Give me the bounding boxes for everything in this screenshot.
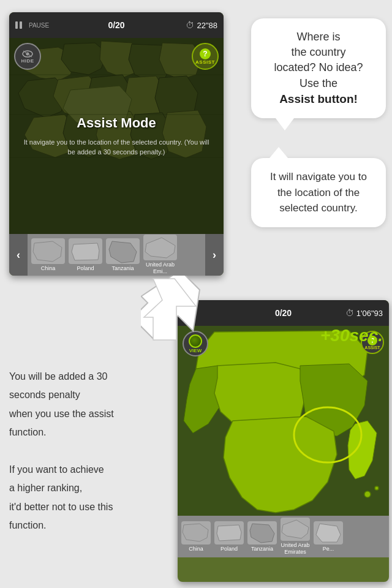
bubble2-text: It will navigate you to the location of … bbox=[270, 171, 367, 214]
assist-mode-title: Assist Mode bbox=[77, 115, 156, 131]
thumb-bottom-shape-peru bbox=[314, 521, 343, 545]
bottom-map-area: VIEW ? ASSIST bbox=[178, 326, 389, 516]
thumbnails-bar-top: ‹ China Poland bbox=[9, 234, 224, 276]
svg-marker-41 bbox=[250, 524, 274, 543]
instruction-line-1: You will be added a 30 seconds penalty w… bbox=[9, 368, 165, 442]
hide-button[interactable]: HIDE bbox=[14, 43, 41, 70]
left-arrow-icon: ‹ bbox=[17, 249, 20, 262]
thumb-bottom-label-uae: United Arab Emirates bbox=[281, 542, 310, 556]
thumb-label-tanzania: Tanzania bbox=[111, 265, 134, 272]
thumbnails-list-bottom: China Poland Tanzania bbox=[178, 515, 389, 558]
assist-button[interactable]: ? ASSIST bbox=[192, 43, 219, 70]
svg-marker-26 bbox=[145, 238, 175, 258]
thumb-bottom-label-china: China bbox=[189, 546, 203, 552]
svg-marker-42 bbox=[282, 520, 309, 538]
thumb-label-poland: Poland bbox=[77, 265, 94, 272]
thumb-bottom-shape-tanzania bbox=[247, 521, 277, 545]
thumb-bottom-label-tanzania: Tanzania bbox=[251, 546, 273, 552]
thumb-bottom-label-peru: Pe... bbox=[323, 546, 334, 552]
svg-point-37 bbox=[364, 491, 371, 497]
thumb-shape-china bbox=[31, 238, 65, 264]
thumb-arrow-right[interactable]: › bbox=[205, 234, 224, 276]
thumbnails-bar-bottom: China Poland Tanzania bbox=[178, 516, 389, 557]
svg-marker-24 bbox=[72, 243, 99, 260]
instruction-line-2: If you want to achieve a higher ranking,… bbox=[9, 461, 165, 535]
speech-bubble-2: It will navigate you to the location of … bbox=[251, 158, 386, 227]
svg-marker-39 bbox=[183, 524, 208, 541]
thumb-arrow-left[interactable]: ‹ bbox=[9, 234, 28, 276]
hide-label: HIDE bbox=[21, 58, 34, 64]
svg-point-38 bbox=[375, 486, 379, 490]
assist-button-label: Assist button! bbox=[263, 91, 374, 108]
top-timer: ⏱ 22"88 bbox=[186, 20, 217, 30]
assist-icon: ? bbox=[200, 48, 211, 59]
penalty-display: +30sec. bbox=[178, 326, 389, 345]
bottom-timer: ⏱ 1'06"93 bbox=[345, 308, 383, 318]
svg-marker-25 bbox=[109, 241, 137, 263]
arrow-svg bbox=[141, 276, 202, 343]
thumbnail-poland[interactable]: Poland bbox=[69, 238, 102, 272]
thumb-shape-tanzania bbox=[106, 238, 140, 264]
africa-map-svg bbox=[178, 326, 389, 516]
bottom-clock-icon: ⏱ bbox=[345, 308, 354, 318]
svg-marker-43 bbox=[316, 524, 341, 542]
thumbnail-bottom-china[interactable]: China bbox=[181, 521, 211, 552]
thumbnail-bottom-uae[interactable]: United Arab Emirates bbox=[281, 518, 310, 556]
big-arrow bbox=[141, 276, 202, 343]
svg-marker-23 bbox=[33, 241, 62, 262]
thumbnails-list-top: China Poland Tanzania bbox=[28, 232, 205, 276]
thumb-bottom-shape-poland bbox=[214, 521, 244, 545]
assist-label-bottom: ASSIST bbox=[364, 345, 380, 350]
bubble1-text: Where is the country located? No idea? U… bbox=[263, 31, 374, 107]
pause-icon bbox=[15, 20, 25, 30]
thumb-bottom-label-poland: Poland bbox=[221, 546, 238, 552]
assist-mode-desc: It navigate you to the location of the s… bbox=[9, 137, 224, 157]
thumbnail-bottom-peru[interactable]: Pe... bbox=[314, 521, 343, 552]
thumb-bottom-shape-china bbox=[181, 521, 211, 545]
left-instructions: You will be added a 30 seconds penalty w… bbox=[9, 368, 165, 535]
thumbnail-china[interactable]: China bbox=[31, 238, 65, 272]
assist-overlay: Assist Mode It navigate you to the locat… bbox=[9, 38, 224, 234]
thumbnail-bottom-poland[interactable]: Poland bbox=[214, 521, 244, 552]
eye-icon bbox=[22, 50, 33, 58]
view-label: VIEW bbox=[189, 348, 202, 353]
right-arrow-icon: › bbox=[213, 249, 216, 262]
thumb-bottom-shape-uae bbox=[281, 518, 310, 541]
clock-icon: ⏱ bbox=[186, 20, 194, 30]
top-score: 0/20 bbox=[108, 20, 124, 30]
pause-button[interactable]: PAUSE bbox=[15, 20, 49, 30]
thumbnail-tanzania[interactable]: Tanzania bbox=[106, 238, 140, 272]
top-game-screen: PAUSE 0/20 ⏱ 22"88 bbox=[9, 12, 224, 276]
thumb-label-china: China bbox=[41, 265, 56, 272]
thumb-shape-poland bbox=[69, 238, 102, 264]
top-game-header: PAUSE 0/20 ⏱ 22"88 bbox=[9, 12, 224, 38]
speech-bubble-1: Where is the country located? No idea? U… bbox=[251, 18, 386, 118]
top-map-area: Assist Mode It navigate you to the locat… bbox=[9, 38, 224, 234]
thumb-shape-uae bbox=[143, 235, 177, 260]
thumb-label-uae: United Arab Emi... bbox=[145, 262, 176, 275]
bottom-game-header: 0/20 ⏱ 1'06"93 bbox=[178, 300, 389, 326]
bottom-game-screen: 0/20 ⏱ 1'06"93 +30sec. bbox=[178, 300, 389, 582]
bottom-score: 0/20 bbox=[275, 308, 292, 318]
svg-marker-40 bbox=[217, 525, 241, 541]
pause-label: PAUSE bbox=[29, 22, 49, 29]
thumbnail-bottom-tanzania[interactable]: Tanzania bbox=[247, 521, 277, 552]
assist-btn-label: ASSIST bbox=[195, 59, 215, 65]
thumbnail-uae[interactable]: United Arab Emi... bbox=[143, 235, 177, 275]
